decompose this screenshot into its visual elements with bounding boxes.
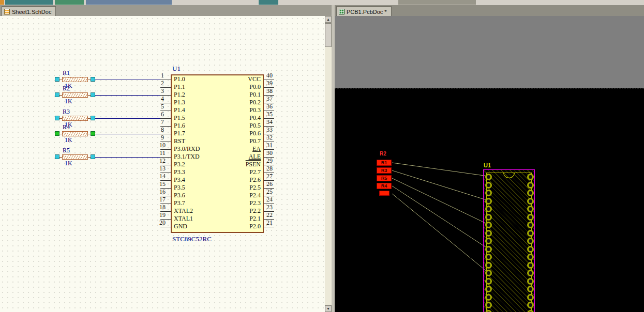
wire-segment[interactable] bbox=[95, 134, 160, 134]
u1-pad[interactable] bbox=[485, 270, 492, 276]
schematic-tabbar: Sheet1.SchDoc bbox=[0, 5, 332, 17]
u1-pad[interactable] bbox=[485, 190, 492, 196]
tab-sheet1-schdoc[interactable]: Sheet1.SchDoc bbox=[2, 6, 56, 17]
wire-segment[interactable] bbox=[95, 95, 160, 96]
pin-number: 6 bbox=[155, 111, 170, 117]
resistor-designator: R3 bbox=[63, 108, 70, 115]
u1-pad[interactable] bbox=[485, 278, 492, 285]
wire-segment[interactable] bbox=[95, 118, 160, 119]
pin-number: 22 bbox=[262, 212, 277, 218]
pin-number: 25 bbox=[262, 189, 277, 195]
pin-name: P0.0 bbox=[206, 84, 261, 90]
u1-pad[interactable] bbox=[527, 310, 534, 312]
wire-segment[interactable] bbox=[95, 157, 160, 158]
resistor-body[interactable] bbox=[62, 131, 88, 136]
u1-pad[interactable] bbox=[485, 214, 492, 221]
pin-number: 16 bbox=[155, 189, 170, 195]
scroll-up-button[interactable]: ▲ bbox=[325, 16, 332, 23]
u1-pad[interactable] bbox=[527, 302, 534, 308]
pcb-doc-icon bbox=[339, 9, 345, 14]
u1-pad[interactable] bbox=[527, 238, 534, 244]
u1-pad[interactable] bbox=[527, 294, 534, 301]
u1-pad[interactable] bbox=[485, 198, 492, 205]
scroll-down-button[interactable]: ▼ bbox=[325, 305, 332, 312]
pcb-resistor-footprint[interactable]: R3 bbox=[377, 167, 392, 174]
u1-pad[interactable] bbox=[527, 182, 534, 189]
pin-name: P2.7 bbox=[206, 169, 261, 176]
pcb-resistor-footprint[interactable]: R1 bbox=[377, 160, 392, 166]
u1-pad[interactable] bbox=[527, 190, 534, 196]
pcb-resistor-footprint[interactable]: R5 bbox=[377, 175, 392, 181]
scroll-thumb[interactable] bbox=[325, 23, 332, 47]
toolbar-fragment bbox=[398, 0, 476, 5]
pin-name: P0.6 bbox=[206, 130, 261, 137]
pcb-canvas[interactable]: R2 R1R3R5R4 U1 bbox=[335, 16, 644, 312]
u1-pad[interactable] bbox=[527, 230, 534, 237]
u1-pad[interactable] bbox=[485, 262, 492, 269]
u1-pad[interactable] bbox=[485, 182, 492, 189]
schematic-canvas[interactable]: U1 STC89C52RC 1P1.02P1.13P1.24P1.35P1.46… bbox=[0, 16, 325, 312]
u1-pad[interactable] bbox=[485, 302, 492, 308]
pin-number: 31 bbox=[262, 142, 277, 148]
u1-pad[interactable] bbox=[485, 286, 492, 292]
u1-pad[interactable] bbox=[527, 206, 534, 212]
pin-name: P1.3 bbox=[174, 99, 185, 106]
schematic-vscrollbar[interactable]: ▲ ▼ bbox=[325, 16, 332, 312]
u1-pad[interactable] bbox=[485, 230, 492, 237]
ratsnest-line bbox=[392, 163, 488, 176]
u1-pad[interactable] bbox=[527, 254, 534, 260]
pin-name: P2.0 bbox=[206, 223, 261, 230]
u1-pad[interactable] bbox=[485, 222, 492, 228]
pcb-board-area[interactable]: R2 R1R3R5R4 U1 bbox=[335, 88, 644, 312]
resistor-body[interactable] bbox=[62, 116, 88, 121]
pin-name: P1.0 bbox=[174, 76, 185, 83]
ratsnest-line bbox=[392, 194, 488, 272]
pin-name: P1.6 bbox=[174, 122, 185, 129]
pin-number: 32 bbox=[262, 134, 277, 141]
pin-name: P0.1 bbox=[206, 91, 261, 98]
u1-pad[interactable] bbox=[527, 286, 534, 292]
pin-number: 1 bbox=[155, 72, 170, 79]
u1-pad[interactable] bbox=[527, 174, 534, 180]
resistor-pad bbox=[55, 92, 59, 97]
pin-name: P3.5 bbox=[174, 184, 185, 191]
u1-pad[interactable] bbox=[485, 246, 492, 253]
u1-pad[interactable] bbox=[485, 206, 492, 212]
resistor-pad bbox=[91, 131, 95, 136]
resistor-body[interactable] bbox=[62, 154, 88, 160]
wire-segment[interactable] bbox=[95, 80, 160, 80]
u1-pad[interactable] bbox=[485, 254, 492, 260]
u1-pad[interactable] bbox=[485, 238, 492, 244]
u1-pad[interactable] bbox=[527, 270, 534, 276]
u1-pad[interactable] bbox=[485, 294, 492, 301]
pin-number: 39 bbox=[262, 80, 277, 86]
pin-number: 30 bbox=[262, 150, 277, 156]
pin-name: P0.4 bbox=[206, 115, 261, 121]
u1-pad[interactable] bbox=[485, 174, 492, 180]
resistor-body[interactable] bbox=[62, 77, 88, 82]
toolbar-fragment bbox=[5, 0, 53, 5]
u1-pad[interactable] bbox=[527, 262, 534, 269]
pin-number: 34 bbox=[262, 119, 277, 125]
u1-pad[interactable] bbox=[527, 198, 534, 205]
pcb-resistor-footprint[interactable] bbox=[379, 191, 390, 196]
pin-name: ALE bbox=[206, 153, 261, 160]
pcb-u1-footprint[interactable] bbox=[483, 169, 535, 312]
pin-name: RST bbox=[174, 138, 185, 145]
u1-pad[interactable] bbox=[527, 222, 534, 228]
u1-pad[interactable] bbox=[527, 214, 534, 221]
tab-pcb1-pcbdoc[interactable]: PCB1.PcbDoc * bbox=[336, 6, 392, 17]
resistor-body[interactable] bbox=[62, 92, 88, 98]
u1-pad[interactable] bbox=[527, 246, 534, 253]
resistor-pad bbox=[55, 116, 59, 120]
pcb-resistor-footprint[interactable]: R4 bbox=[377, 183, 392, 189]
pin-number: 5 bbox=[155, 103, 170, 110]
cropped-toolbar-strip bbox=[0, 0, 644, 5]
pin-number: 21 bbox=[262, 220, 277, 226]
pin-number: 18 bbox=[155, 204, 170, 210]
u1-pad[interactable] bbox=[527, 278, 534, 285]
resistor-value: 1K bbox=[65, 160, 72, 166]
pin-number: 2 bbox=[155, 80, 170, 86]
resistor-pad bbox=[55, 154, 59, 159]
pcb-tabbar: PCB1.PcbDoc * bbox=[335, 5, 644, 17]
